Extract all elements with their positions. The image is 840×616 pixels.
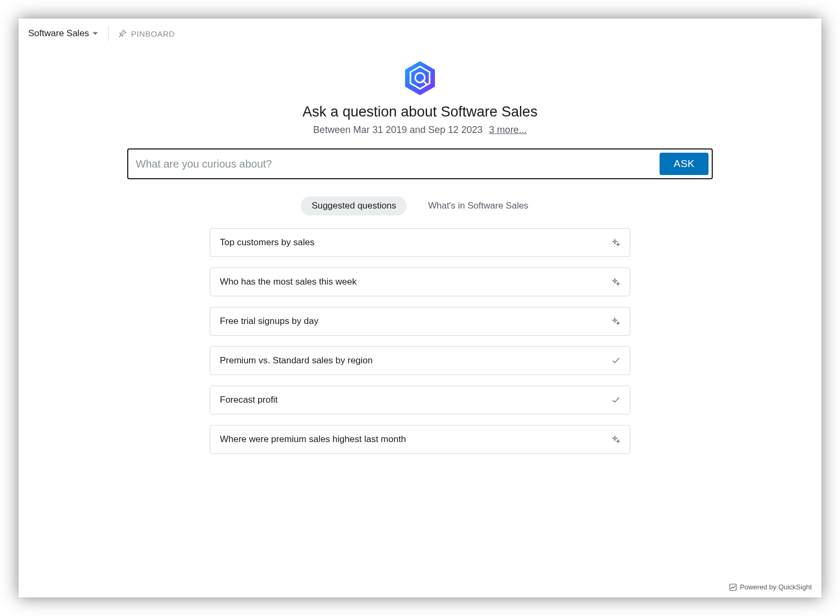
suggestion-text: Top customers by sales — [220, 237, 315, 248]
tabs: Suggested questions What's in Software S… — [301, 196, 539, 215]
divider — [108, 26, 109, 41]
chevron-down-icon — [92, 30, 98, 37]
suggestion-text: Free trial signups by day — [220, 316, 318, 327]
check-icon — [612, 396, 620, 404]
suggestion-text: Where were premium sales highest last mo… — [220, 434, 406, 445]
suggestion-item[interactable]: Premium vs. Standard sales by region — [210, 346, 630, 375]
ask-button[interactable]: ASK — [660, 153, 709, 175]
sparkle-icon — [612, 317, 620, 326]
quicksight-q-logo — [401, 59, 439, 97]
sparkle-icon — [612, 435, 620, 444]
topic-selector[interactable]: Software Sales — [28, 28, 98, 39]
tab-whats-in[interactable]: What's in Software Sales — [417, 196, 539, 215]
topic-name: Software Sales — [28, 28, 89, 39]
check-icon — [612, 356, 620, 365]
pin-icon — [118, 29, 127, 38]
app-frame: Software Sales PINBOARD — [19, 19, 821, 597]
sparkle-icon — [612, 238, 620, 247]
sparkle-icon — [612, 278, 620, 286]
suggestion-item[interactable]: Free trial signups by day — [210, 307, 630, 336]
suggestion-text: Premium vs. Standard sales by region — [220, 355, 373, 366]
pinboard-button[interactable]: PINBOARD — [118, 29, 175, 38]
page-title: Ask a question about Software Sales — [302, 104, 537, 120]
powered-by-label: Powered by QuickSight — [740, 583, 812, 591]
main-content: Ask a question about Software Sales Betw… — [19, 48, 821, 597]
subtitle-row: Between Mar 31 2019 and Sep 12 2023 3 mo… — [313, 124, 526, 136]
more-filters-link[interactable]: 3 more... — [489, 124, 527, 136]
suggestion-item[interactable]: Forecast profit — [210, 386, 630, 414]
pinboard-label: PINBOARD — [131, 29, 175, 38]
suggestion-item[interactable]: Who has the most sales this week — [210, 268, 630, 296]
search-bar: ASK — [127, 148, 713, 179]
suggestion-text: Forecast profit — [220, 395, 278, 405]
chart-icon — [729, 584, 737, 591]
suggestion-item[interactable]: Top customers by sales — [210, 228, 630, 257]
tab-suggested-questions[interactable]: Suggested questions — [301, 196, 407, 215]
suggestion-item[interactable]: Where were premium sales highest last mo… — [210, 425, 630, 454]
suggestion-text: Who has the most sales this week — [220, 277, 357, 287]
suggestions-list: Top customers by sales Who has the most … — [210, 228, 630, 454]
top-bar: Software Sales PINBOARD — [19, 19, 821, 48]
question-input[interactable] — [136, 158, 660, 170]
footer: Powered by QuickSight — [729, 583, 812, 591]
date-range: Between Mar 31 2019 and Sep 12 2023 — [313, 124, 482, 136]
